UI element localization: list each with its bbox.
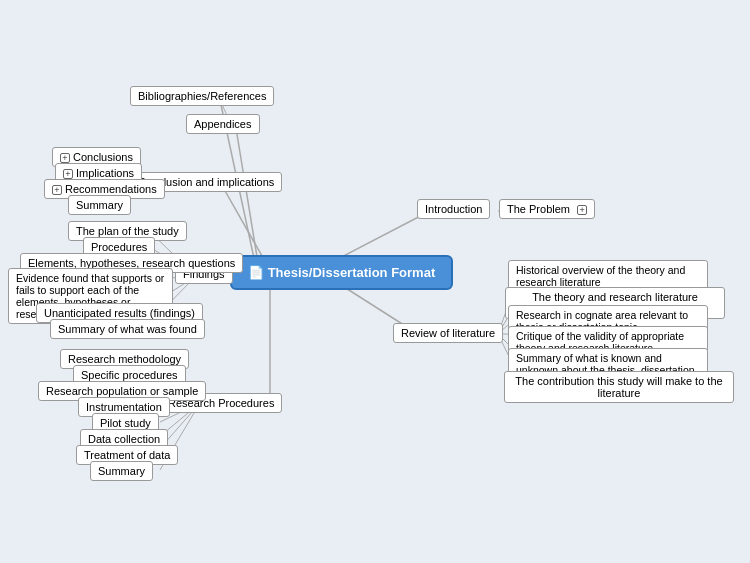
- center-icon: 📄: [248, 265, 268, 280]
- svg-line-2: [235, 122, 258, 263]
- introduction-main-node[interactable]: Introduction: [417, 199, 490, 219]
- bibliographies-node[interactable]: Bibliographies/References: [130, 86, 274, 106]
- contribution-node[interactable]: The contribution this study will make to…: [504, 371, 734, 403]
- expand-icon[interactable]: +: [63, 169, 73, 179]
- summary-proc-node[interactable]: Summary: [90, 461, 153, 481]
- mindmap-canvas: 📄 Thesis/Dissertation Format Bibliograph…: [0, 0, 750, 563]
- center-node[interactable]: 📄 Thesis/Dissertation Format: [230, 255, 453, 290]
- the-problem-node[interactable]: The Problem +: [499, 199, 595, 219]
- review-lit-main-node[interactable]: Review of literature: [393, 323, 503, 343]
- summary-conc-node[interactable]: Summary: [68, 195, 131, 215]
- appendices-node[interactable]: Appendices: [186, 114, 260, 134]
- expand-icon[interactable]: +: [52, 185, 62, 195]
- expand-icon[interactable]: +: [577, 205, 587, 215]
- summary-found-node[interactable]: Summary of what was found: [50, 319, 205, 339]
- expand-icon[interactable]: +: [60, 153, 70, 163]
